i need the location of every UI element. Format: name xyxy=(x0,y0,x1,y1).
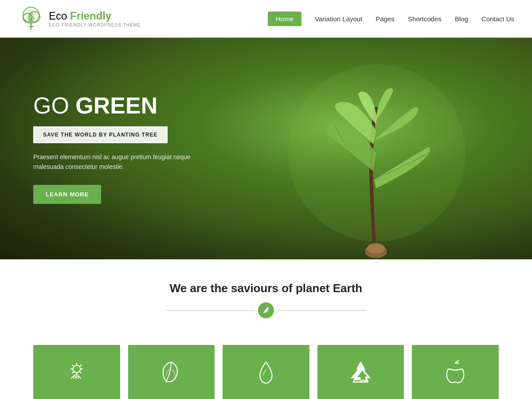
recycle-icon xyxy=(348,360,373,388)
leaf-icon xyxy=(160,360,182,388)
divider-right-line xyxy=(278,310,366,311)
water-drop-icon xyxy=(257,360,275,388)
svg-line-17 xyxy=(79,365,81,366)
logo-subtitle: ECO-FRIENDLY WORDPRESS THEME xyxy=(49,23,141,27)
svg-line-16 xyxy=(79,372,81,373)
hero-title: GO GREEN xyxy=(33,93,200,118)
svg-rect-22 xyxy=(71,379,81,381)
hero-section: GO GREEN SAVE THE WORLD BY PLANTING TREE… xyxy=(0,38,532,259)
hero-description: Praesent elementum nisl ac augue pretium… xyxy=(33,152,200,172)
svg-line-18 xyxy=(72,372,74,373)
feature-card-recycle[interactable] xyxy=(317,345,404,399)
section-divider xyxy=(9,302,523,318)
svg-line-15 xyxy=(72,365,74,366)
apple-icon xyxy=(444,360,466,388)
weather-icon xyxy=(63,361,90,387)
logo-tree-icon xyxy=(18,5,44,32)
main-nav: Home Variation Layout Pages Shortcodes B… xyxy=(268,12,514,26)
features-row xyxy=(0,332,532,399)
site-header: Eco Friendly ECO-FRIENDLY WORDPRESS THEM… xyxy=(0,0,532,38)
feature-card-leaf[interactable] xyxy=(128,345,215,399)
learn-more-button[interactable]: LEARN MORE xyxy=(33,185,101,204)
divider-leaf-icon xyxy=(258,302,274,318)
nav-home[interactable]: Home xyxy=(268,12,301,26)
hero-content: GO GREEN SAVE THE WORLD BY PLANTING TREE… xyxy=(0,93,200,204)
section-title: We are the saviours of planet Earth xyxy=(9,282,523,295)
logo-text: Eco Friendly ECO-FRIENDLY WORDPRESS THEM… xyxy=(49,10,141,27)
feature-card-weather[interactable] xyxy=(33,345,120,399)
svg-point-9 xyxy=(367,243,385,254)
divider-left-line xyxy=(166,310,254,311)
nav-pages[interactable]: Pages xyxy=(376,15,395,23)
nav-contact[interactable]: Contact Us xyxy=(481,15,514,23)
logo[interactable]: Eco Friendly ECO-FRIENDLY WORDPRESS THEM… xyxy=(18,5,141,32)
feature-card-water[interactable] xyxy=(223,345,309,399)
logo-name: Eco Friendly xyxy=(49,10,141,23)
svg-rect-6 xyxy=(30,22,32,28)
nav-blog[interactable]: Blog xyxy=(455,15,468,23)
svg-point-7 xyxy=(288,64,466,242)
hero-badge: SAVE THE WORLD BY PLANTING TREE xyxy=(33,126,168,143)
feature-card-apple[interactable] xyxy=(412,345,499,399)
section-intro: We are the saviours of planet Earth xyxy=(0,259,532,332)
nav-shortcodes[interactable]: Shortcodes xyxy=(408,15,442,23)
hero-plant-illustration xyxy=(266,47,488,259)
nav-variation-layout[interactable]: Variation Layout xyxy=(315,15,362,23)
